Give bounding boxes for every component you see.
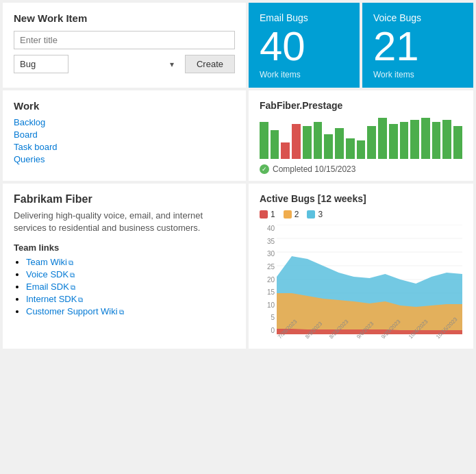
bar <box>389 124 398 159</box>
y-label: 0 <box>271 327 275 334</box>
bar <box>367 126 376 159</box>
fabrikam-title: Fabrikam Fiber <box>14 193 235 205</box>
work-item-type-wrapper: BugTaskUser StoryFeature <box>14 55 179 73</box>
legend-swatch-1 <box>260 210 268 219</box>
ext-link-icon: ⧉ <box>119 308 124 316</box>
legend-item-2: 2 <box>284 210 299 219</box>
bar <box>357 140 366 159</box>
bar <box>260 122 268 159</box>
bar <box>346 138 355 159</box>
bar <box>432 122 441 159</box>
chart-area: 7/26/2023 8/9/2023 8/23/2023 9/6/2023 9/… <box>277 225 462 342</box>
fabrikam-description: Delivering high-quality voice, email, an… <box>14 210 235 234</box>
y-label: 35 <box>267 238 275 245</box>
bar <box>324 134 333 159</box>
email-sdk-link[interactable]: Email SDK <box>26 282 69 292</box>
check-icon: ✓ <box>260 164 269 174</box>
y-label: 5 <box>271 314 275 321</box>
work-title: Work <box>14 100 235 112</box>
prestage-title: FabFiber.Prestage <box>260 100 462 111</box>
y-label: 40 <box>267 225 275 232</box>
voice-bugs-title: Voice Bugs <box>373 12 462 23</box>
ext-link-icon: ⧉ <box>70 271 75 279</box>
list-item: Email SDK⧉ <box>26 282 235 292</box>
fabrikam-panel: Fabrikam Fiber Delivering high-quality v… <box>3 184 246 349</box>
chart-legend: 1 2 3 <box>260 210 462 219</box>
list-item: Team Wiki⧉ <box>26 257 235 267</box>
y-axis: 40 35 30 25 20 15 10 5 0 <box>260 225 277 334</box>
y-label: 30 <box>267 250 275 258</box>
legend-swatch-3 <box>307 210 315 219</box>
prestage-bar-chart <box>260 118 462 159</box>
bar <box>400 122 409 159</box>
bar <box>410 120 419 159</box>
new-work-item-panel: New Work Item BugTaskUser StoryFeature C… <box>3 3 246 88</box>
work-link-queries[interactable]: Queries <box>14 154 235 164</box>
stat-tiles-row: Email Bugs 40 Work items Voice Bugs 21 W… <box>249 3 473 88</box>
y-label: 20 <box>267 276 275 284</box>
new-work-item-title: New Work Item <box>14 12 235 24</box>
work-item-type-select[interactable]: BugTaskUser StoryFeature <box>14 55 68 73</box>
completed-row: ✓ Completed 10/15/2023 <box>260 164 462 174</box>
x-axis-labels: 7/26/2023 8/9/2023 8/23/2023 9/6/2023 9/… <box>277 336 462 342</box>
ext-link-icon: ⧉ <box>68 259 73 266</box>
ext-link-icon: ⧉ <box>71 284 75 291</box>
email-bugs-count: 40 <box>260 26 349 67</box>
legend-label-2: 2 <box>295 210 299 219</box>
ext-link-icon: ⧉ <box>78 296 83 303</box>
bar <box>303 126 312 159</box>
active-bugs-title: Active Bugs [12 weeks] <box>260 193 462 204</box>
bar <box>378 118 387 159</box>
bar <box>314 122 323 159</box>
work-item-title-input[interactable] <box>14 31 235 49</box>
bar <box>271 130 279 159</box>
bar <box>281 142 290 159</box>
team-links-list: Team Wiki⧉ Voice SDK⧉ Email SDK⧉ Interne… <box>14 257 235 316</box>
active-bugs-panel: Active Bugs [12 weeks] 1 2 3 40 35 30 25… <box>249 184 473 349</box>
create-button[interactable]: Create <box>185 55 235 73</box>
y-label: 15 <box>267 288 275 296</box>
email-bugs-title: Email Bugs <box>260 12 349 23</box>
work-link-taskboard[interactable]: Task board <box>14 142 235 152</box>
work-panel: Work Backlog Board Task board Queries <box>3 90 246 181</box>
list-item: Customer Support Wiki⧉ <box>26 306 235 316</box>
voice-bugs-tile: Voice Bugs 21 Work items <box>362 3 473 88</box>
bar <box>292 124 301 159</box>
voice-bugs-count: 21 <box>373 26 462 67</box>
legend-item-1: 1 <box>260 210 275 219</box>
list-item: Internet SDK⧉ <box>26 294 235 304</box>
legend-item-3: 3 <box>307 210 323 219</box>
work-link-backlog[interactable]: Backlog <box>14 117 235 127</box>
work-links: Backlog Board Task board Queries <box>14 117 235 164</box>
work-link-board[interactable]: Board <box>14 129 235 140</box>
bar <box>442 120 451 159</box>
bar <box>453 126 462 159</box>
customer-support-wiki-link[interactable]: Customer Support Wiki <box>26 306 118 316</box>
bar <box>335 128 344 159</box>
internet-sdk-link[interactable]: Internet SDK <box>26 294 77 304</box>
y-label: 25 <box>267 263 275 271</box>
voice-bugs-label: Work items <box>373 70 462 79</box>
area-chart-svg <box>277 225 462 334</box>
email-bugs-tile: Email Bugs 40 Work items <box>249 3 360 88</box>
completed-text: Completed 10/15/2023 <box>273 164 355 174</box>
team-wiki-link[interactable]: Team Wiki <box>26 257 67 267</box>
voice-sdk-link[interactable]: Voice SDK <box>26 269 68 279</box>
legend-label-1: 1 <box>271 210 275 219</box>
team-links-title: Team links <box>14 242 235 253</box>
legend-swatch-2 <box>284 210 292 219</box>
legend-label-3: 3 <box>318 210 323 219</box>
bar <box>421 118 430 159</box>
prestage-panel: FabFiber.Prestage ✓ Completed 10/15/2023 <box>249 90 473 181</box>
y-label: 10 <box>267 301 275 309</box>
email-bugs-label: Work items <box>260 70 349 79</box>
list-item: Voice SDK⧉ <box>26 269 235 279</box>
